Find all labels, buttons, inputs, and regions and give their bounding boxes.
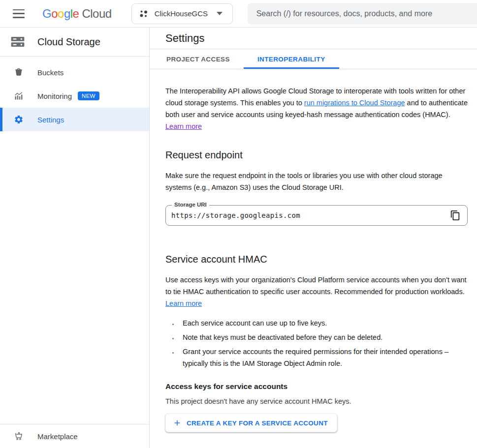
sidebar-item-buckets[interactable]: Buckets: [0, 60, 149, 84]
google-cloud-logo[interactable]: GoogleCloud: [42, 7, 112, 21]
hmac-learn-more-link[interactable]: Learn more: [165, 299, 202, 307]
sidebar-nav: Buckets Monitoring NEW: [0, 57, 149, 131]
project-dots-icon: [139, 9, 149, 19]
main-header: Settings: [150, 28, 477, 49]
logo-cloud-text: Cloud: [82, 7, 111, 20]
search-input[interactable]: [248, 3, 477, 25]
access-keys-heading: Access keys for service accounts: [165, 382, 461, 391]
product-title: Cloud Storage: [37, 36, 100, 48]
sidebar-footer: Marketplace: [0, 424, 149, 448]
bullet-item: Each service account can use up to five …: [179, 317, 461, 329]
cloud-storage-icon: [10, 34, 26, 50]
sidebar-item-label: Monitoring: [37, 92, 72, 100]
storage-uri-value[interactable]: [171, 211, 449, 219]
menu-hamburger-icon[interactable]: [13, 9, 25, 18]
logo-letter: o: [58, 7, 64, 20]
intro-learn-more-link[interactable]: Learn more: [165, 122, 202, 130]
service-account-hmac-heading: Service account HMAC: [165, 252, 461, 266]
gear-icon: [14, 115, 24, 124]
monitoring-chart-icon: [14, 91, 24, 101]
access-keys-status: This project doesn't have any service ac…: [165, 396, 461, 407]
search-bar: [248, 3, 477, 25]
sidebar: Cloud Storage Buckets: [0, 28, 150, 448]
sidebar-item-settings[interactable]: Settings: [0, 108, 149, 131]
run-migrations-link[interactable]: run migrations to Cloud Storage: [304, 99, 405, 107]
hmac-bullet-list: Each service account can use up to five …: [165, 317, 461, 369]
sidebar-item-marketplace[interactable]: Marketplace: [0, 424, 149, 448]
main-panel: Settings PROJECT ACCESS INTEROPERABILITY…: [150, 28, 477, 448]
sidebar-item-label: Marketplace: [37, 432, 78, 441]
marketplace-cart-icon: [14, 431, 24, 441]
page-title: Settings: [165, 32, 205, 45]
sidebar-item-label: Settings: [37, 116, 64, 124]
plus-icon: [173, 418, 182, 427]
project-selector-button[interactable]: ClickHouseGCS: [131, 3, 233, 24]
storage-uri-label: Storage URI: [172, 202, 209, 208]
tab-bar: PROJECT ACCESS INTEROPERABILITY: [150, 49, 477, 69]
chevron-down-icon: [217, 12, 223, 15]
bullet-item: Note that keys must be deactivated befor…: [179, 331, 461, 343]
tab-content: The Interoperability API allows Google C…: [150, 69, 477, 448]
bullet-item: Grant your service accounts the required…: [179, 346, 461, 369]
tab-project-access[interactable]: PROJECT ACCESS: [153, 49, 244, 69]
request-endpoint-paragraph: Make sure the request endpoint in the to…: [165, 170, 468, 193]
bucket-icon: [14, 67, 24, 77]
logo-letter: g: [64, 7, 70, 20]
copy-icon: [450, 210, 461, 221]
hmac-text: Use access keys with your organization's…: [165, 276, 467, 296]
logo-letter: e: [73, 7, 79, 20]
project-name: ClickHouseGCS: [155, 9, 208, 18]
tab-interoperability[interactable]: INTEROPERABILITY: [244, 49, 339, 69]
sidebar-item-label: Buckets: [37, 68, 64, 77]
create-key-button-label: CREATE A KEY FOR A SERVICE ACCOUNT: [187, 419, 328, 427]
intro-paragraph: The Interoperability API allows Google C…: [165, 85, 468, 132]
logo-letter: o: [51, 7, 58, 20]
storage-uri-field: Storage URI: [165, 205, 468, 226]
new-badge: NEW: [78, 91, 99, 100]
create-key-button[interactable]: CREATE A KEY FOR A SERVICE ACCOUNT: [165, 414, 337, 432]
product-header: Cloud Storage: [0, 28, 149, 57]
copy-button[interactable]: [449, 209, 461, 221]
sidebar-item-monitoring[interactable]: Monitoring NEW: [0, 84, 149, 108]
top-bar: GoogleCloud ClickHouseGCS: [0, 0, 477, 28]
service-account-hmac-paragraph: Use access keys with your organization's…: [165, 274, 468, 309]
logo-letter: G: [42, 7, 51, 20]
request-endpoint-heading: Request endpoint: [165, 148, 461, 162]
